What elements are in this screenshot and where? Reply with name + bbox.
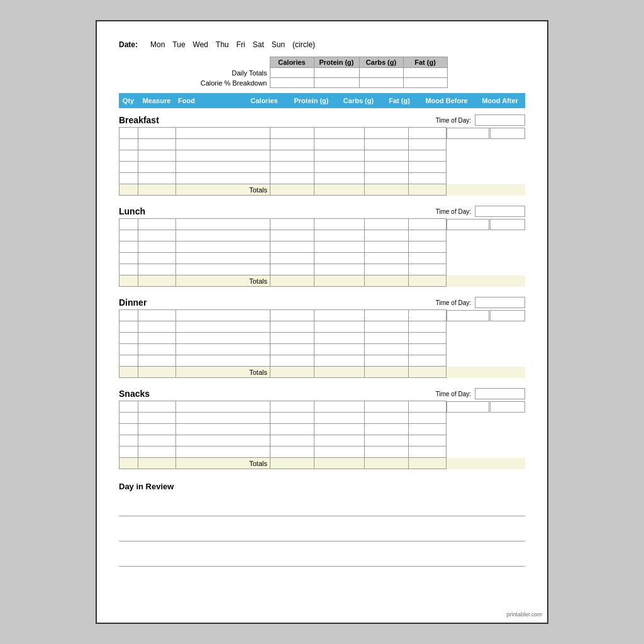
cell-qty[interactable] [119,253,138,264]
cell-measure[interactable] [138,333,176,344]
cell-fat[interactable] [409,173,447,184]
cell-carbs[interactable] [365,230,409,242]
cell-qty[interactable] [119,401,138,413]
cell-carbs[interactable] [365,424,409,435]
cell-protein[interactable] [314,321,365,333]
calorie-breakdown-calories[interactable] [270,78,314,88]
time-of-day-box-snacks[interactable] [475,388,525,399]
cell-food[interactable] [176,401,270,413]
totals-protein[interactable] [314,275,365,287]
cell-qty[interactable] [119,264,138,275]
cell-food[interactable] [176,139,270,150]
daily-totals-carbs[interactable] [359,68,403,78]
cell-qty[interactable] [119,424,138,435]
totals-calories[interactable] [270,184,314,196]
cell-qty[interactable] [119,333,138,344]
cell-protein[interactable] [314,242,365,253]
cell-carbs[interactable] [365,401,409,413]
cell-food[interactable] [176,310,270,321]
cell-measure[interactable] [138,401,176,413]
cell-qty[interactable] [119,413,138,424]
cell-food[interactable] [176,219,270,230]
cell-food[interactable] [176,242,270,253]
cell-measure[interactable] [138,219,176,230]
totals-protein[interactable] [314,458,365,469]
cell-mood-after[interactable] [490,219,525,230]
cell-food[interactable] [176,173,270,184]
cell-measure[interactable] [138,264,176,275]
cell-fat[interactable] [409,333,447,344]
cell-fat[interactable] [409,219,447,230]
cell-fat[interactable] [409,139,447,150]
cell-mood-after[interactable] [490,310,525,321]
cell-calories[interactable] [270,219,314,230]
cell-measure[interactable] [138,413,176,424]
cell-protein[interactable] [314,128,365,139]
cell-calories[interactable] [270,344,314,355]
cell-fat[interactable] [409,355,447,367]
time-of-day-box-lunch[interactable] [475,206,525,217]
cell-fat[interactable] [409,344,447,355]
cell-calories[interactable] [270,321,314,333]
cell-carbs[interactable] [365,344,409,355]
cell-calories[interactable] [270,253,314,264]
cell-qty[interactable] [119,242,138,253]
cell-measure[interactable] [138,310,176,321]
cell-carbs[interactable] [365,413,409,424]
cell-measure[interactable] [138,355,176,367]
cell-calories[interactable] [270,230,314,242]
cell-fat[interactable] [409,253,447,264]
cell-fat[interactable] [409,447,447,458]
cell-calories[interactable] [270,128,314,139]
cell-qty[interactable] [119,162,138,173]
cell-fat[interactable] [409,162,447,173]
time-of-day-box-dinner[interactable] [475,297,525,308]
cell-mood-before[interactable] [447,128,490,139]
cell-protein[interactable] [314,424,365,435]
cell-carbs[interactable] [365,128,409,139]
cell-qty[interactable] [119,150,138,162]
calorie-breakdown-protein[interactable] [314,78,359,88]
cell-protein[interactable] [314,162,365,173]
cell-protein[interactable] [314,219,365,230]
cell-carbs[interactable] [365,242,409,253]
totals-calories[interactable] [270,367,314,378]
cell-calories[interactable] [270,355,314,367]
totals-calories[interactable] [270,275,314,287]
cell-protein[interactable] [314,401,365,413]
cell-carbs[interactable] [365,173,409,184]
cell-measure[interactable] [138,447,176,458]
cell-fat[interactable] [409,321,447,333]
cell-food[interactable] [176,253,270,264]
cell-calories[interactable] [270,413,314,424]
totals-fat[interactable] [409,458,447,469]
cell-carbs[interactable] [365,333,409,344]
cell-protein[interactable] [314,253,365,264]
cell-qty[interactable] [119,139,138,150]
totals-fat[interactable] [409,184,447,196]
cell-calories[interactable] [270,310,314,321]
cell-protein[interactable] [314,310,365,321]
cell-fat[interactable] [409,150,447,162]
cell-mood-before[interactable] [447,219,490,230]
cell-measure[interactable] [138,128,176,139]
cell-food[interactable] [176,321,270,333]
totals-calories[interactable] [270,458,314,469]
cell-measure[interactable] [138,139,176,150]
time-of-day-box-breakfast[interactable] [475,114,525,126]
cell-protein[interactable] [314,435,365,447]
cell-protein[interactable] [314,139,365,150]
daily-totals-protein[interactable] [314,68,359,78]
cell-food[interactable] [176,413,270,424]
cell-protein[interactable] [314,150,365,162]
cell-fat[interactable] [409,310,447,321]
cell-carbs[interactable] [365,264,409,275]
cell-carbs[interactable] [365,355,409,367]
cell-calories[interactable] [270,401,314,413]
cell-carbs[interactable] [365,162,409,173]
cell-calories[interactable] [270,173,314,184]
cell-mood-after[interactable] [490,401,525,413]
cell-carbs[interactable] [365,139,409,150]
cell-fat[interactable] [409,230,447,242]
totals-protein[interactable] [314,184,365,196]
